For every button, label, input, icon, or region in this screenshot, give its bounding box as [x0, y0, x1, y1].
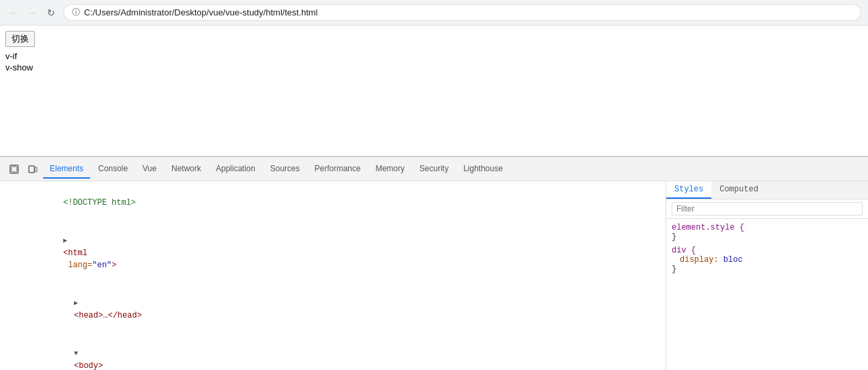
- page-content: 切换 v-if v-show: [0, 26, 868, 156]
- dom-line: ▼ <body>: [0, 334, 666, 370]
- lock-icon: ⓘ: [72, 7, 80, 18]
- dom-line: <!DOCTYPE html>: [0, 184, 666, 222]
- tab-sources[interactable]: Sources: [264, 160, 307, 179]
- tab-performance[interactable]: Performance: [308, 160, 368, 179]
- address-bar[interactable]: ⓘ C:/Users/Administrator/Desktop/vue/vue…: [63, 4, 861, 21]
- dom-line: ▶ <head>…</head>: [0, 284, 666, 334]
- tab-elements[interactable]: Elements: [43, 160, 90, 179]
- styles-tabs: Styles Computed: [666, 181, 868, 199]
- style-rule-element: element.style { }: [672, 223, 863, 242]
- tab-console[interactable]: Console: [91, 160, 134, 179]
- browser-toolbar: ← → ↻ ⓘ C:/Users/Administrator/Desktop/v…: [0, 0, 868, 26]
- forward-button[interactable]: →: [26, 6, 39, 19]
- svg-rect-1: [11, 167, 17, 172]
- tab-lighthouse[interactable]: Lighthouse: [457, 160, 510, 179]
- styles-content: element.style { } div { display: bloc }: [666, 219, 868, 282]
- svg-rect-2: [29, 166, 34, 173]
- url-text: C:/Users/Administrator/Desktop/vue/vue-s…: [84, 7, 318, 17]
- device-toolbar-button[interactable]: [24, 160, 42, 178]
- styles-tab-computed[interactable]: Computed: [711, 181, 766, 199]
- switch-button[interactable]: 切换: [5, 31, 35, 47]
- tab-application[interactable]: Application: [209, 160, 262, 179]
- dom-line: ▶ <html lang="en">: [0, 222, 666, 284]
- inspect-element-button[interactable]: [5, 160, 23, 178]
- devtools-toolbar: Elements Console Vue Network Application…: [0, 157, 868, 181]
- styles-filter-input[interactable]: [672, 202, 863, 216]
- tab-security[interactable]: Security: [413, 160, 455, 179]
- tab-network[interactable]: Network: [165, 160, 208, 179]
- tab-memory[interactable]: Memory: [368, 160, 411, 179]
- back-button[interactable]: ←: [7, 6, 20, 19]
- v-show-text: v-show: [5, 62, 863, 73]
- v-if-text: v-if: [5, 51, 863, 61]
- style-rule-div: div { display: bloc }: [672, 246, 863, 274]
- devtools-main: <!DOCTYPE html> ▶ <html lang="en"> ▶ <he…: [0, 181, 868, 370]
- styles-panel: Styles Computed element.style { } div { …: [666, 181, 868, 370]
- refresh-button[interactable]: ↻: [44, 6, 58, 19]
- svg-rect-3: [35, 167, 37, 172]
- devtools-panel: Elements Console Vue Network Application…: [0, 156, 868, 370]
- dom-panel[interactable]: <!DOCTYPE html> ▶ <html lang="en"> ▶ <he…: [0, 181, 666, 370]
- tab-vue[interactable]: Vue: [136, 160, 163, 179]
- styles-tab-styles[interactable]: Styles: [666, 181, 711, 199]
- styles-filter: [666, 199, 868, 219]
